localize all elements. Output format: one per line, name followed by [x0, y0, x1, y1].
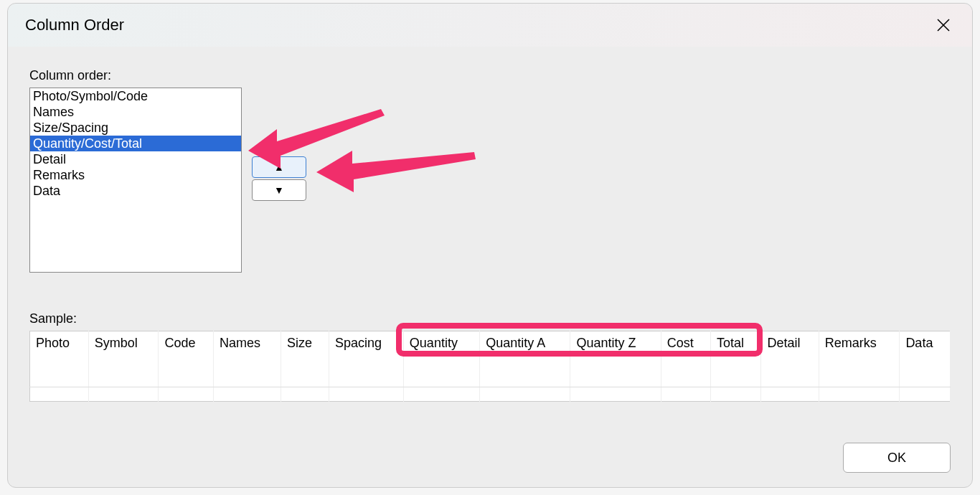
table-cell [88, 387, 159, 402]
table-cell [480, 387, 570, 402]
list-item[interactable]: Photo/Symbol/Code [30, 88, 241, 104]
table-header[interactable]: Data [900, 331, 951, 387]
table-cell [30, 387, 89, 402]
move-button-group: ▲ ▼ [252, 156, 306, 201]
table-cell [403, 387, 479, 402]
table-header[interactable]: Spacing [329, 331, 403, 387]
close-icon[interactable] [932, 14, 955, 37]
column-order-listbox[interactable]: Photo/Symbol/CodeNamesSize/SpacingQuanti… [29, 88, 242, 273]
list-item[interactable]: Size/Spacing [30, 120, 241, 136]
order-section: Photo/Symbol/CodeNamesSize/SpacingQuanti… [29, 88, 951, 273]
table-header[interactable]: Names [214, 331, 281, 387]
sample-table: PhotoSymbolCodeNamesSizeSpacingQuantityQ… [29, 331, 951, 402]
table-header[interactable]: Detail [761, 331, 819, 387]
table-header[interactable]: Photo [30, 331, 89, 387]
table-cell [214, 387, 281, 402]
table-cell [159, 387, 214, 402]
table-cell [570, 387, 661, 402]
list-item[interactable]: Detail [30, 151, 241, 167]
column-order-dialog: Column Order Column order: Photo/Symbol/… [7, 3, 973, 488]
column-order-label: Column order: [29, 68, 951, 83]
table-header[interactable]: Remarks [819, 331, 900, 387]
title-bar: Column Order [8, 4, 972, 47]
ok-button[interactable]: OK [843, 443, 951, 473]
table-header[interactable]: Quantity [403, 331, 479, 387]
table-header[interactable]: Quantity A [480, 331, 570, 387]
sample-label: Sample: [29, 311, 951, 326]
list-item[interactable]: Quantity/Cost/Total [30, 136, 241, 151]
dialog-footer: OK [843, 443, 951, 473]
table-cell [281, 387, 329, 402]
table-header[interactable]: Quantity Z [570, 331, 661, 387]
dialog-content: Column order: Photo/Symbol/CodeNamesSize… [8, 47, 972, 416]
table-cell [761, 387, 819, 402]
table-cell [710, 387, 761, 402]
dialog-title: Column Order [25, 16, 124, 34]
table-cell [329, 387, 403, 402]
table-header[interactable]: Code [159, 331, 214, 387]
move-up-button[interactable]: ▲ [252, 156, 306, 178]
table-header[interactable]: Cost [661, 331, 710, 387]
table-header[interactable]: Size [281, 331, 329, 387]
table-cell [661, 387, 710, 402]
table-header[interactable]: Total [710, 331, 761, 387]
list-item[interactable]: Remarks [30, 167, 241, 183]
list-item[interactable]: Names [30, 104, 241, 120]
table-cell [819, 387, 900, 402]
move-down-button[interactable]: ▼ [252, 179, 306, 201]
list-item[interactable]: Data [30, 183, 241, 199]
table-header[interactable]: Symbol [88, 331, 159, 387]
table-cell [900, 387, 951, 402]
sample-section: Sample: PhotoSymbolCodeNamesSizeSpacingQ… [29, 311, 951, 402]
